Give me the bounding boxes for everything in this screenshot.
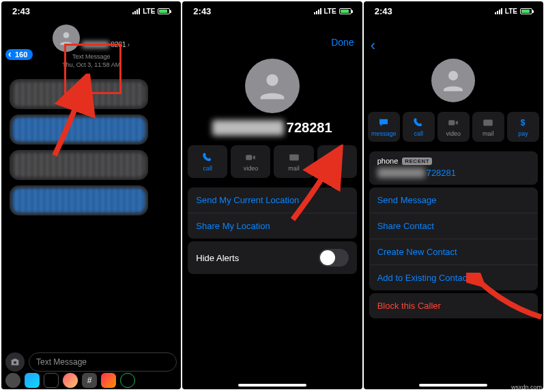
message-input-row: Text Message — [1, 352, 181, 372]
contact-name: xxxx728281 — [182, 120, 362, 136]
camera-button[interactable] — [5, 352, 25, 372]
send-location-row[interactable]: Send My Current Location — [188, 187, 356, 213]
svg-rect-3 — [289, 155, 299, 161]
phone-number[interactable]: xxxx728281 — [377, 168, 530, 178]
avatar-icon — [431, 59, 475, 102]
status-right: LTE — [495, 7, 532, 15]
status-time: 2:43 — [375, 6, 392, 16]
app-icon-store[interactable] — [5, 373, 20, 388]
info-button[interactable]: info — [317, 145, 357, 178]
signal-icon — [495, 8, 502, 14]
battery-icon — [158, 8, 170, 14]
home-indicator[interactable] — [238, 384, 306, 387]
svg-point-4 — [335, 153, 339, 157]
svg-point-5 — [448, 71, 458, 80]
signal-icon — [314, 8, 321, 14]
share-contact-row[interactable]: Share Contact — [369, 213, 538, 239]
phone-label-row: phone RECENT — [377, 157, 530, 165]
message-bubble[interactable] — [10, 150, 148, 180]
app-icon-appstore[interactable] — [25, 373, 40, 388]
battery-icon — [339, 8, 351, 14]
signal-icon — [132, 8, 140, 14]
contact-avatar — [364, 59, 543, 102]
contact-actions-card: Send Message Share Contact Create New Co… — [369, 187, 538, 290]
svg-text:$: $ — [521, 118, 526, 127]
pay-button[interactable]: $ pay — [507, 112, 539, 142]
svg-point-0 — [63, 32, 70, 38]
hide-alerts-row[interactable]: Hide Alerts — [188, 241, 356, 274]
annotation-highlight-box — [64, 44, 121, 94]
call-button[interactable]: call — [188, 145, 227, 178]
message-bubble[interactable] — [10, 115, 148, 145]
status-right: LTE — [314, 7, 351, 15]
phone-card[interactable]: phone RECENT xxxx728281 — [369, 151, 538, 185]
location-card: Send My Current Location Share My Locati… — [188, 187, 356, 239]
svg-point-1 — [266, 74, 278, 86]
message-input[interactable]: Text Message — [29, 352, 177, 372]
block-card: Block this Caller — [369, 293, 538, 318]
screen-messages: 2:43 LTE 160 xxxx8281› Text Mess — [1, 1, 181, 389]
app-drawer: # — [1, 372, 181, 389]
app-icon-music[interactable] — [101, 373, 116, 388]
action-row: message call video mail $ pay — [364, 102, 543, 149]
action-row: call video mail info — [182, 136, 362, 185]
alerts-card: Hide Alerts — [188, 241, 356, 274]
mail-button[interactable]: mail — [472, 112, 504, 142]
status-right: LTE — [132, 7, 170, 15]
avatar-icon — [245, 59, 300, 113]
hide-alerts-label: Hide Alerts — [196, 253, 239, 263]
send-message-row[interactable]: Send Message — [369, 187, 538, 213]
message-button[interactable]: message — [368, 112, 400, 142]
call-button[interactable]: call — [403, 112, 435, 142]
app-icon-memoji[interactable] — [63, 373, 78, 388]
carrier-label: LTE — [324, 7, 336, 15]
video-button[interactable]: video — [437, 112, 470, 142]
home-indicator[interactable] — [419, 384, 487, 387]
message-bubble[interactable] — [10, 185, 148, 215]
status-bar: 2:43 LTE — [364, 1, 543, 20]
recent-badge: RECENT — [402, 157, 432, 165]
svg-rect-7 — [484, 120, 493, 126]
done-button[interactable]: Done — [331, 37, 354, 48]
hide-alerts-toggle[interactable] — [319, 249, 349, 267]
contact-avatar — [182, 59, 362, 113]
block-caller-row[interactable]: Block this Caller — [369, 293, 538, 318]
app-icon-more[interactable] — [120, 373, 135, 388]
carrier-label: LTE — [143, 7, 155, 15]
add-existing-row[interactable]: Add to Existing Contact — [369, 265, 538, 290]
screen-contact-info: 2:43 LTE Done xxxx728281 call video — [182, 1, 362, 389]
status-time: 2:43 — [12, 6, 30, 16]
back-button[interactable]: 160 — [5, 49, 33, 60]
app-icon-hashtag[interactable]: # — [82, 373, 97, 388]
svg-rect-6 — [449, 120, 455, 125]
create-contact-row[interactable]: Create New Contact — [369, 239, 538, 265]
carrier-label: LTE — [505, 7, 517, 15]
mail-button[interactable]: mail — [274, 145, 313, 178]
status-bar: 2:43 LTE — [182, 1, 362, 20]
app-icon-applepay[interactable] — [44, 373, 59, 388]
share-location-row[interactable]: Share My Location — [188, 213, 356, 239]
status-time: 2:43 — [193, 6, 211, 16]
screen-contact-detail: 2:43 LTE ‹ message call v — [364, 1, 543, 389]
svg-rect-2 — [246, 155, 253, 160]
back-button[interactable]: ‹ — [371, 37, 375, 55]
watermark: wsxdn.com — [511, 384, 542, 391]
battery-icon — [520, 8, 532, 14]
video-button[interactable]: video — [231, 145, 270, 178]
status-bar: 2:43 LTE — [1, 1, 181, 20]
